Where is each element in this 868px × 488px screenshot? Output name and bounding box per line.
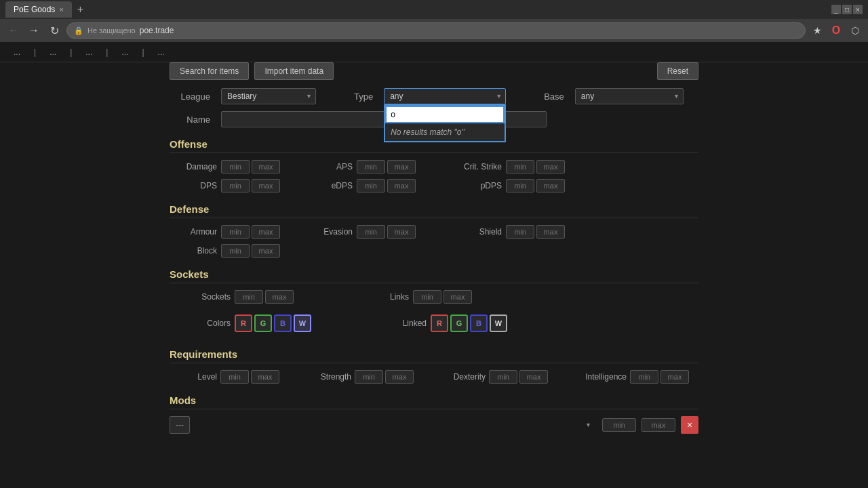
block-inputs (221, 244, 280, 258)
sockets-row-2: Colors R G B W Linked R G B W (170, 314, 698, 332)
sockets-row-1: Sockets Links (170, 290, 698, 304)
level-label: Level (170, 372, 217, 382)
opera-button[interactable]: O (829, 23, 844, 38)
type-select[interactable]: any (384, 88, 506, 104)
mod-min[interactable] (602, 418, 636, 432)
maximize-button[interactable]: □ (842, 5, 852, 14)
base-label: Base (544, 92, 564, 102)
color-g-button[interactable]: G (254, 314, 272, 332)
shield-min[interactable] (506, 225, 534, 239)
reset-button[interactable]: Reset (657, 62, 698, 80)
address-bar[interactable]: 🔒 Не защищено poe.trade (66, 22, 806, 39)
intelligence-inputs (630, 370, 689, 384)
shield-max[interactable] (536, 225, 565, 239)
name-label: Name (170, 115, 210, 125)
nav-item-2[interactable]: | (34, 47, 36, 57)
sockets-label: Sockets (170, 292, 231, 302)
browser-chrome: PoE Goods × + _ □ × ← → ↻ 🔒 Не защищено … (0, 0, 868, 42)
linked-label: Linked (366, 319, 427, 328)
aps-min[interactable] (357, 160, 385, 174)
level-group: Level (170, 370, 279, 384)
nav-item-8[interactable]: | (142, 47, 144, 57)
crit-max[interactable] (536, 160, 565, 174)
damage-max[interactable] (252, 160, 280, 174)
dexterity-inputs (489, 370, 548, 384)
back-button[interactable]: ← (5, 22, 22, 39)
import-button[interactable]: Import item data (254, 62, 334, 80)
edps-label: eDPS (305, 181, 353, 190)
league-select[interactable]: Bestiary (221, 88, 316, 104)
color-w-button[interactable]: W (294, 314, 311, 332)
strength-min[interactable] (355, 370, 383, 384)
extensions-button[interactable]: ⬡ (848, 23, 863, 38)
linked-w-button[interactable]: W (490, 314, 507, 332)
dexterity-group: Dexterity (438, 370, 548, 384)
close-button[interactable]: × (853, 5, 863, 14)
nav-item-5[interactable]: ... (85, 47, 92, 57)
level-min[interactable] (220, 370, 249, 384)
intelligence-max[interactable] (660, 370, 689, 384)
edps-max[interactable] (387, 179, 416, 192)
base-select[interactable]: any (575, 88, 684, 104)
aps-max[interactable] (387, 160, 416, 174)
not-secure-text: Не защищено (87, 26, 136, 35)
minimize-button[interactable]: _ (831, 5, 841, 14)
forward-button[interactable]: → (26, 22, 42, 39)
evasion-max[interactable] (387, 225, 416, 239)
dexterity-max[interactable] (519, 370, 548, 384)
armour-inputs (221, 225, 280, 239)
nav-item-6[interactable]: | (106, 47, 108, 57)
block-min[interactable] (221, 244, 250, 258)
toolbar: Search for items Import item data Reset (170, 62, 698, 80)
linked-b-button[interactable]: B (470, 314, 488, 332)
damage-min[interactable] (221, 160, 250, 174)
dps-group: DPS (170, 179, 292, 192)
links-max[interactable] (443, 290, 472, 304)
pdps-min[interactable] (506, 179, 534, 192)
active-tab[interactable]: PoE Goods × (5, 1, 72, 18)
dps-min[interactable] (221, 179, 250, 192)
armour-min[interactable] (221, 225, 250, 239)
mod-select[interactable]: --- (170, 416, 190, 434)
links-min[interactable] (413, 290, 441, 304)
pdps-max[interactable] (536, 179, 565, 192)
type-search-input[interactable] (385, 106, 505, 123)
armour-max[interactable] (252, 225, 280, 239)
colors-buttons: R G B W (235, 314, 311, 332)
type-label: Type (354, 92, 373, 102)
mod-remove-button[interactable]: × (681, 416, 698, 434)
pdps-inputs (506, 179, 565, 192)
content-area: Search for items Import item data Reset … (156, 62, 712, 447)
new-tab-button[interactable]: + (75, 3, 86, 16)
dps-max[interactable] (252, 179, 280, 192)
strength-max[interactable] (385, 370, 414, 384)
nav-item-7[interactable]: ... (121, 47, 128, 57)
nav-item-4[interactable]: | (70, 47, 72, 57)
linked-r-button[interactable]: R (431, 314, 448, 332)
defense-grid: Armour Evasion Shield (170, 225, 698, 258)
lock-icon: 🔒 (74, 26, 83, 35)
intelligence-min[interactable] (630, 370, 658, 384)
nav-item-9[interactable]: ... (158, 47, 165, 57)
sockets-min[interactable] (235, 290, 263, 304)
color-r-button[interactable]: R (235, 314, 252, 332)
dexterity-min[interactable] (489, 370, 517, 384)
linked-g-button[interactable]: G (450, 314, 468, 332)
color-b-button[interactable]: B (274, 314, 292, 332)
refresh-button[interactable]: ↻ (46, 22, 62, 39)
evasion-min[interactable] (357, 225, 385, 239)
nav-item-3[interactable]: ... (50, 47, 56, 57)
bookmark-button[interactable]: ★ (810, 23, 825, 38)
crit-min[interactable] (506, 160, 534, 174)
search-button[interactable]: Search for items (170, 62, 249, 80)
armour-label: Armour (170, 227, 217, 237)
block-max[interactable] (252, 244, 280, 258)
shield-group: Shield (441, 225, 565, 239)
edps-min[interactable] (357, 179, 385, 192)
nav-item-1[interactable]: ... (14, 47, 20, 57)
mod-max[interactable] (642, 418, 675, 432)
level-max[interactable] (251, 370, 279, 384)
sockets-max[interactable] (265, 290, 294, 304)
tab-close-button[interactable]: × (59, 5, 63, 14)
offense-row-2: DPS eDPS pDPS (170, 179, 698, 192)
